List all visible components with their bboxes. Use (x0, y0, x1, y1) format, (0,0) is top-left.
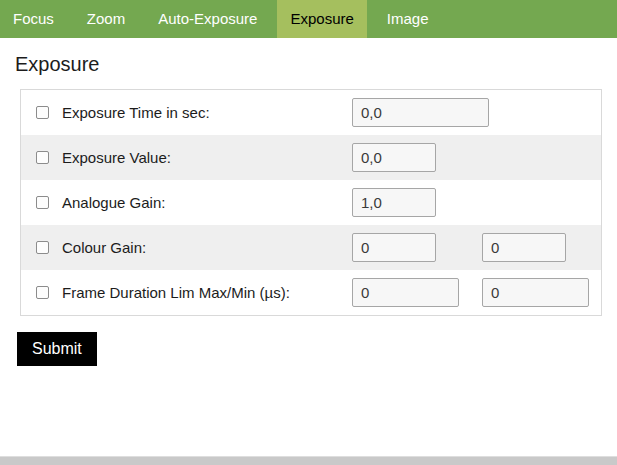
analogue-gain-label: Analogue Gain: (62, 194, 165, 211)
frame-duration-min-input[interactable] (482, 278, 589, 307)
row-exposure-time: Exposure Time in sec: (21, 90, 601, 135)
tab-focus[interactable]: Focus (0, 0, 67, 38)
colour-gain-label: Colour Gain: (62, 239, 146, 256)
tab-auto-exposure[interactable]: Auto-Exposure (145, 0, 270, 38)
exposure-time-label: Exposure Time in sec: (62, 104, 210, 121)
analogue-gain-input[interactable] (352, 188, 436, 217)
submit-button[interactable]: Submit (17, 332, 97, 366)
input-cell (352, 188, 482, 217)
top-navigation: Focus Zoom Auto-Exposure Exposure Image (0, 0, 617, 38)
frame-duration-max-input[interactable] (352, 278, 459, 307)
label-cell: Analogue Gain: (21, 194, 352, 211)
colour-gain-checkbox[interactable] (36, 241, 49, 254)
tab-exposure[interactable]: Exposure (277, 0, 366, 38)
row-exposure-value: Exposure Value: (21, 135, 601, 180)
input-cell (352, 98, 482, 127)
row-frame-duration: Frame Duration Lim Max/Min (µs): (21, 270, 601, 315)
input-cell (352, 233, 482, 262)
frame-duration-checkbox[interactable] (36, 286, 49, 299)
exposure-time-input[interactable] (352, 98, 489, 127)
input-cell (352, 278, 482, 307)
label-cell: Colour Gain: (21, 239, 352, 256)
frame-duration-label: Frame Duration Lim Max/Min (µs): (62, 284, 290, 301)
exposure-value-label: Exposure Value: (62, 149, 171, 166)
label-cell: Frame Duration Lim Max/Min (µs): (21, 284, 352, 301)
label-cell: Exposure Value: (21, 149, 352, 166)
analogue-gain-checkbox[interactable] (36, 196, 49, 209)
exposure-value-input[interactable] (352, 143, 436, 172)
tab-zoom[interactable]: Zoom (74, 0, 138, 38)
tab-image[interactable]: Image (374, 0, 442, 38)
main-content: Exposure Exposure Time in sec: Exposure … (0, 53, 617, 366)
colour-gain-input-1[interactable] (352, 233, 436, 262)
colour-gain-input-2[interactable] (482, 233, 566, 262)
exposure-time-checkbox[interactable] (36, 106, 49, 119)
horizontal-scrollbar[interactable] (0, 456, 617, 465)
exposure-form-table: Exposure Time in sec: Exposure Value: An… (20, 89, 602, 316)
exposure-value-checkbox[interactable] (36, 151, 49, 164)
input-cell (482, 278, 612, 307)
row-colour-gain: Colour Gain: (21, 225, 601, 270)
row-analogue-gain: Analogue Gain: (21, 180, 601, 225)
input-cell (482, 233, 612, 262)
input-cell (352, 143, 482, 172)
page-title: Exposure (15, 53, 617, 76)
label-cell: Exposure Time in sec: (21, 104, 352, 121)
